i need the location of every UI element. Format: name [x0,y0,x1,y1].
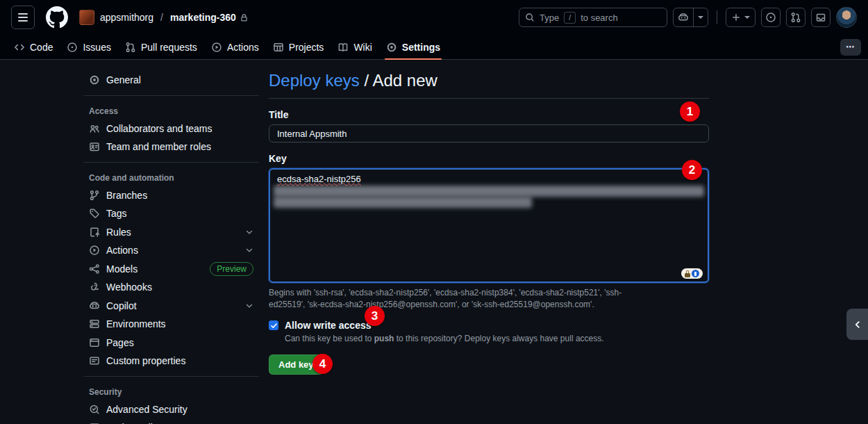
annotation-step-3: 3 [365,306,385,326]
chevron-down-icon [245,246,253,254]
deploy-key-form: Deploy keys / Add new Title Internal App… [269,71,709,424]
copilot-icon [674,8,693,26]
search-input[interactable]: Type / to search [519,8,667,27]
sidebar-divider [83,376,259,377]
book-icon [337,42,349,53]
breadcrumb-separator: / [360,71,373,90]
tab-wiki[interactable]: Wiki [331,35,378,59]
key-textarea[interactable]: ecdsa-sha2-nistp256 [269,168,709,283]
sidebar-section-security: Security [83,382,259,400]
annotation-step-2: 2 [682,160,702,180]
write-access-row: Allow write access [269,320,709,331]
sidebar-section-access: Access [83,101,259,120]
tab-pull-requests[interactable]: Pull requests [118,35,204,59]
redacted-key-line [274,186,704,197]
title-field-label: Title [269,108,709,121]
copilot-button[interactable] [673,8,708,27]
tab-settings[interactable]: Settings [379,35,447,59]
sidebar-section-code-and-automation: Code and automation [83,168,259,186]
sidebar-item-label: Rules [106,227,131,238]
sidebar-item-label: Environments [106,318,166,329]
allow-write-access-label[interactable]: Allow write access [285,320,372,331]
settings-content: GeneralAccessCollaborators and teamsTeam… [0,60,868,424]
search-icon [525,13,535,22]
play-icon [211,42,222,53]
sidebar-item-team-and-member-roles[interactable]: Team and member roles [83,138,259,156]
org-avatar[interactable] [79,10,94,25]
key-textarea-value: ecdsa-sha2-nistp256 [277,173,361,185]
tab-label: Issues [83,42,110,53]
sidebar-item-label: Collaborators and teams [106,123,212,134]
sidebar-item-models[interactable]: ModelsPreview [83,260,259,279]
sidebar-item-code-quality[interactable]: Code quality [83,418,259,424]
redacted-key-line [274,197,532,208]
collapse-panel-toggle[interactable] [846,309,868,340]
sidebar-item-environments[interactable]: Environments [83,315,259,334]
create-new-button[interactable] [726,8,756,27]
tab-code[interactable]: Code [7,35,60,59]
tab-label: Code [30,42,53,53]
nav-overflow-button[interactable]: ⋯ [840,39,861,56]
sidebar-item-pages[interactable]: Pages [83,334,259,352]
sidebar-item-label: Actions [106,245,138,256]
tab-label: Pull requests [141,42,197,53]
plus-icon [731,13,741,22]
code-icon [14,42,25,53]
settings-sidebar: GeneralAccessCollaborators and teamsTeam… [83,71,259,424]
issues-button[interactable] [761,8,781,27]
tab-issues[interactable]: Issues [60,35,117,59]
slash-key-hint: / [564,12,576,24]
gear-icon [386,42,397,53]
breadcrumb-separator: / [159,12,165,23]
sidebar-item-custom-properties[interactable]: Custom properties [83,352,259,370]
sidebar-item-copilot[interactable]: Copilot [83,297,259,316]
title-input[interactable]: Internal Appsmith [269,124,709,142]
models-icon [89,263,100,275]
write-access-help: Can this key be used to push to this rep… [285,334,709,344]
sidebar-item-label: Webhooks [106,282,152,293]
table-icon [273,42,284,53]
inbox-button[interactable] [811,8,831,27]
git-branch-icon [89,190,100,201]
sidebar-divider [83,95,259,96]
deploy-keys-link[interactable]: Deploy keys [269,71,360,90]
gear-icon [89,74,100,85]
allow-write-access-checkbox[interactable] [269,320,278,330]
chevron-down-icon [245,302,253,310]
pull-request-icon [125,42,136,53]
sidebar-item-tags[interactable]: Tags [83,204,259,223]
tab-label: Wiki [353,42,372,53]
webhook-icon [89,282,100,293]
extension-lock-icon [685,270,690,277]
tab-actions[interactable]: Actions [204,35,266,59]
sidebar-item-collaborators-and-teams[interactable]: Collaborators and teams [83,120,259,138]
annotation-step-1: 1 [680,101,700,122]
repo-name-link[interactable]: marketing-360 [170,12,249,23]
copilot-dropdown[interactable] [693,8,708,26]
sidebar-divider [83,162,259,163]
lock-icon [240,13,249,22]
sidebar-item-label: Custom properties [106,355,185,366]
title-divider [269,98,709,99]
search-placeholder-prefix: Type [540,13,559,23]
sidebar-item-advanced-security[interactable]: Advanced Security [83,400,259,419]
sidebar-item-actions[interactable]: Actions [83,241,259,260]
sidebar-item-webhooks[interactable]: Webhooks [83,278,259,297]
shield-search-icon [89,404,100,415]
header-actions: Type / to search [519,7,857,28]
annotation-step-4: 4 [312,354,333,374]
org-name-link[interactable]: appsmithorg [100,12,153,23]
pull-requests-button[interactable] [786,8,806,27]
user-avatar[interactable] [836,7,857,28]
hamburger-menu-button[interactable] [11,6,35,29]
sidebar-item-rules[interactable]: Rules [83,223,259,242]
sidebar-item-label: Advanced Security [106,404,187,415]
github-logo-icon[interactable] [46,6,68,28]
sidebar-item-branches[interactable]: Branches [83,186,259,205]
tab-projects[interactable]: Projects [266,35,331,59]
tab-label: Projects [289,42,324,53]
password-extension-button[interactable] [681,268,703,279]
play-icon [89,245,100,256]
tag-icon [89,208,100,219]
sidebar-item-general[interactable]: General [83,71,259,90]
